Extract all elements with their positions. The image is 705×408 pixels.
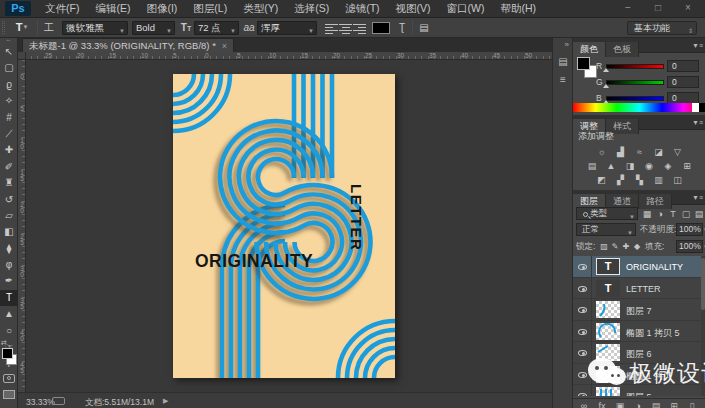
selective-color-icon[interactable]: ◫ [671, 175, 684, 186]
pen-tool[interactable]: ✒ [0, 273, 18, 289]
layer-name[interactable]: ORIGINALITY [626, 262, 683, 272]
dodge-tool[interactable]: φ [0, 257, 18, 273]
blend-mode-select[interactable]: 正常▼ [576, 223, 636, 236]
eraser-tool[interactable]: ▱ [0, 208, 18, 224]
menu-item[interactable]: 图像(I) [138, 0, 185, 17]
delete-layer-icon[interactable]: ▯ [685, 400, 699, 408]
align-right-button[interactable] [353, 22, 366, 34]
menu-item[interactable]: 窗口(W) [439, 0, 493, 17]
layer-name[interactable]: LETTER [626, 284, 661, 294]
layer-mask-icon[interactable]: ▣ [613, 400, 627, 408]
posterize-icon[interactable]: ▞ [614, 175, 627, 186]
layer-thumbnail[interactable]: T [596, 258, 620, 275]
properties-panel-icon[interactable]: ≡ [553, 71, 573, 89]
blur-tool[interactable]: ⧫ [0, 241, 18, 257]
type-tool-preset[interactable]: T▼ [10, 20, 34, 35]
menu-item[interactable]: 视图(V) [388, 0, 439, 17]
lock-transparent-icon[interactable]: ▨ [599, 241, 609, 252]
text-color-swatch[interactable] [372, 22, 390, 34]
document-tab[interactable]: 未标题-1 @ 33.3% (ORIGINALITY, RGB/8) *× [22, 38, 234, 52]
menu-item[interactable]: 图层(L) [185, 0, 235, 17]
crop-tool[interactable]: # [0, 110, 18, 126]
opacity-select[interactable]: 100%▼ [676, 223, 703, 236]
visibility-eye-icon[interactable] [578, 286, 587, 292]
canvas-pasteboard[interactable]: ORIGINALITY LETTER [26, 60, 552, 392]
gradient-map-icon[interactable]: ▥ [652, 175, 665, 186]
menu-item[interactable]: 选择(S) [286, 0, 337, 17]
panel-menu-icon[interactable]: ▼≡ [692, 119, 703, 126]
adjustment-layer-icon[interactable]: ◑ [631, 400, 645, 408]
lasso-tool[interactable]: ϱ [0, 77, 18, 93]
visibility-eye-icon[interactable] [578, 264, 587, 270]
menu-item[interactable]: 帮助(H) [493, 0, 545, 17]
align-left-button[interactable] [325, 22, 338, 34]
quick-mask-button[interactable] [3, 374, 15, 383]
screen-mode-button[interactable] [3, 390, 15, 399]
new-layer-icon[interactable]: ⊞ [667, 400, 681, 408]
align-center-button[interactable] [339, 22, 352, 34]
font-size-select[interactable]: 72 点▼ [194, 21, 239, 35]
type-tool[interactable]: T [0, 290, 18, 306]
layer-thumbnail[interactable] [596, 387, 620, 396]
menu-item[interactable]: 文件(F) [37, 0, 87, 17]
text-orientation-icon[interactable]: 工 [41, 20, 57, 35]
channel-slider[interactable] [606, 96, 664, 101]
history-brush-tool[interactable]: ↺ [0, 192, 18, 208]
font-style-select[interactable]: Bold▼ [132, 21, 175, 35]
layer-group-icon[interactable]: ▤ [649, 400, 663, 408]
layer-name[interactable]: 椭圆 1 拷贝 5 [626, 327, 680, 340]
filter-smart-icon[interactable]: ▤ [693, 208, 705, 220]
fill-select[interactable]: 100%▼ [676, 240, 703, 253]
threshold-icon[interactable]: ▚ [633, 175, 646, 186]
quick-select-tool[interactable]: ✧ [0, 93, 18, 109]
history-panel-icon[interactable]: ▤ [553, 53, 573, 71]
layer-row[interactable]: 图层 7 [573, 299, 705, 321]
channel-slider[interactable] [606, 64, 664, 69]
filter-type-icon[interactable]: T [667, 208, 679, 220]
panel-menu-icon[interactable]: ▼≡ [692, 42, 703, 49]
maximize-button[interactable]: □ [643, 1, 673, 14]
lock-move-icon[interactable]: ✚ [621, 241, 631, 252]
marquee-tool[interactable]: ▢ [0, 60, 18, 76]
shape-tool[interactable]: ○ [0, 323, 18, 339]
clone-stamp-tool[interactable]: ♜ [0, 175, 18, 191]
lock-all-icon[interactable]: ◆ [632, 241, 642, 252]
menu-item[interactable]: 滤镜(T) [337, 0, 387, 17]
healing-brush-tool[interactable]: ✚ [0, 142, 18, 158]
menu-item[interactable]: 类型(Y) [235, 0, 286, 17]
visibility-eye-icon[interactable] [578, 307, 587, 313]
swap-colors-icon[interactable]: ⇄ [1, 339, 7, 347]
filter-adjustment-icon[interactable]: ◑ [654, 208, 666, 220]
anti-alias-select[interactable]: 浑厚▼ [257, 21, 317, 35]
visibility-eye-icon[interactable] [578, 350, 587, 356]
move-tool[interactable]: ↖ [0, 44, 18, 60]
close-button[interactable]: × [673, 1, 703, 14]
layer-filter-select[interactable]: 类型▼ [576, 207, 638, 220]
close-tab-icon[interactable]: × [222, 41, 227, 51]
channel-value[interactable]: 0 [667, 76, 699, 88]
expand-dock-icon[interactable]: » [553, 38, 572, 53]
layer-thumbnail[interactable] [596, 323, 620, 340]
toggle-panels-icon[interactable]: ▤ [416, 20, 432, 35]
lock-paint-icon[interactable]: ✎ [610, 241, 620, 252]
zoom-level[interactable]: 33.33% [26, 397, 55, 407]
gradient-tool[interactable]: ◧ [0, 224, 18, 240]
visibility-eye-icon[interactable] [578, 329, 587, 335]
filter-shape-icon[interactable]: ▢ [680, 208, 692, 220]
filter-pixel-icon[interactable]: ▦ [641, 208, 653, 220]
link-layers-icon[interactable]: ∞ [577, 400, 591, 408]
slider-handle[interactable] [603, 84, 609, 88]
font-family-select[interactable]: 微软雅黑▼ [62, 21, 128, 35]
brush-tool[interactable]: ✐ [0, 159, 18, 175]
layer-row[interactable]: TORIGINALITY [573, 256, 705, 278]
layer-row[interactable]: TLETTER [573, 278, 705, 300]
visibility-eye-icon[interactable] [578, 393, 587, 396]
layer-effects-icon[interactable]: fx [595, 400, 609, 408]
status-menu-arrow[interactable]: ▶ [163, 397, 168, 405]
invert-icon[interactable]: ◩ [595, 175, 608, 186]
path-select-tool[interactable]: ▲ [0, 306, 18, 322]
visibility-eye-icon[interactable] [578, 372, 587, 378]
channel-value[interactable]: 0 [667, 60, 699, 72]
workspace-select[interactable]: 基本功能⇕ [627, 21, 697, 35]
layer-row[interactable]: 椭圆 1 拷贝 5 [573, 321, 705, 343]
